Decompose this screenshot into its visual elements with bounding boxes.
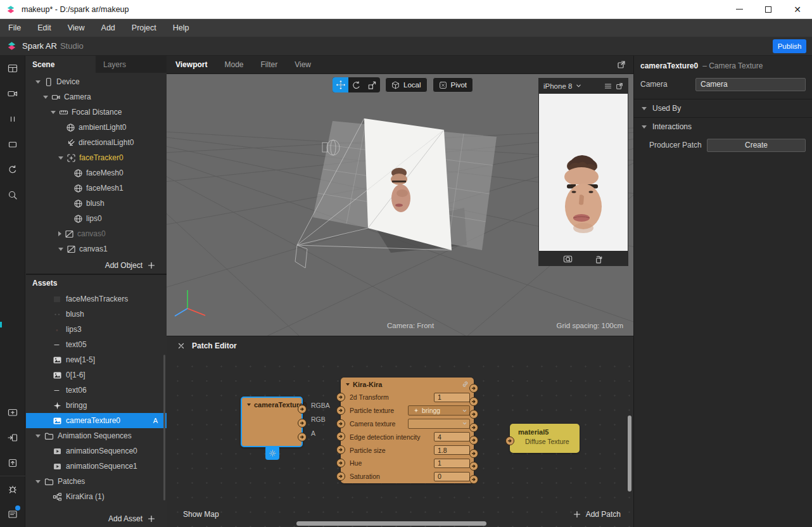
asset-new-1-5[interactable]: new[1-5] xyxy=(26,352,167,367)
tab-layers[interactable]: Layers xyxy=(96,56,167,73)
asset-animationsequence0[interactable]: animationSequence0 xyxy=(26,443,167,459)
tab-scene[interactable]: Scene xyxy=(26,56,96,73)
add-asset-button[interactable]: Add Asset xyxy=(26,510,167,527)
chevron-down-icon[interactable] xyxy=(576,83,581,89)
menu-icon[interactable] xyxy=(604,82,612,90)
output-port[interactable] xyxy=(469,384,478,393)
tree-item-facemesh1[interactable]: faceMesh1 xyxy=(26,181,167,196)
output-port-rgb[interactable] xyxy=(298,419,307,428)
console-icon[interactable] xyxy=(0,502,25,527)
param-value-input[interactable]: 1 xyxy=(434,459,470,468)
rectangle-icon[interactable] xyxy=(0,132,25,157)
param-value-input[interactable]: 1.8 xyxy=(434,445,470,455)
popout-icon[interactable] xyxy=(616,82,623,90)
asset-lips3[interactable]: lips3 xyxy=(26,322,167,337)
pivot-button[interactable]: Pivot xyxy=(433,77,474,92)
menu-project[interactable]: Project xyxy=(132,23,156,32)
horizontal-scrollbar[interactable] xyxy=(296,521,486,526)
filter-tab[interactable]: Filter xyxy=(261,60,278,69)
patch-node-cameratexture0[interactable]: cameraTexture0 xyxy=(241,397,303,447)
local-button[interactable]: Local xyxy=(385,77,428,92)
input-port[interactable] xyxy=(336,445,345,454)
asset-bringg[interactable]: bringg xyxy=(26,398,167,413)
camera-field-input[interactable] xyxy=(695,78,806,91)
rotate-device-icon[interactable] xyxy=(593,253,604,264)
output-port[interactable] xyxy=(469,462,478,471)
menu-add[interactable]: Add xyxy=(101,23,115,32)
asset-cameratexture0[interactable]: cameraTexture0 A xyxy=(26,413,167,428)
output-port[interactable] xyxy=(469,475,478,484)
tree-item-ambientlight0[interactable]: ambientLight0 xyxy=(26,120,167,135)
popout-icon[interactable] xyxy=(617,60,626,69)
input-port[interactable] xyxy=(336,472,345,481)
restart-icon[interactable] xyxy=(0,157,25,182)
output-port-rgba[interactable] xyxy=(298,405,307,414)
add-folder-icon[interactable] xyxy=(0,400,25,425)
input-port-diffuse-texture[interactable] xyxy=(505,436,514,445)
camera-texture-dropdown[interactable] xyxy=(408,419,470,429)
patch-node-material5[interactable]: material5 Diffuse Texture xyxy=(510,424,580,453)
create-button[interactable]: Create xyxy=(707,139,806,152)
menu-file[interactable]: File xyxy=(8,23,21,32)
input-port[interactable] xyxy=(336,432,345,441)
rotate-tool-button[interactable] xyxy=(348,77,364,92)
mode-tab[interactable]: Mode xyxy=(224,60,243,69)
param-value-input[interactable]: 4 xyxy=(434,432,470,441)
simulator-screen[interactable] xyxy=(539,94,628,251)
patch-node-kirakira[interactable]: Kira-Kira 2d Transform 1 Particle textur… xyxy=(341,378,474,483)
move-tool-button[interactable] xyxy=(333,77,348,92)
param-value-input[interactable]: 0 xyxy=(434,472,470,481)
tree-item-facemesh0[interactable]: faceMesh0 xyxy=(26,165,167,181)
output-port[interactable] xyxy=(469,449,478,458)
scale-tool-button[interactable] xyxy=(364,77,380,92)
used-by-section[interactable]: Used By xyxy=(634,99,812,117)
export-icon[interactable] xyxy=(0,450,25,476)
publish-button[interactable]: Publish xyxy=(773,39,806,53)
viewport-tab[interactable]: Viewport xyxy=(175,60,207,69)
device-selector[interactable]: iPhone 8 xyxy=(543,82,572,90)
asset-kirakira[interactable]: KiraKira (1) xyxy=(26,489,167,504)
asset-blush[interactable]: blush xyxy=(26,307,167,322)
patch-canvas[interactable]: cameraTexture0 RGBA RGB A Kira-Kira xyxy=(167,355,633,527)
input-port[interactable] xyxy=(336,459,345,467)
output-port[interactable] xyxy=(469,397,478,406)
node-settings-button[interactable] xyxy=(265,446,279,460)
asset-folder-patches[interactable]: Patches xyxy=(26,474,167,489)
add-object-button[interactable]: Add Object xyxy=(26,257,167,274)
menu-help[interactable]: Help xyxy=(173,23,189,32)
video-camera-icon[interactable] xyxy=(0,81,25,106)
menu-view[interactable]: View xyxy=(68,23,85,32)
layout-icon[interactable] xyxy=(0,56,25,81)
interactions-section[interactable]: Interactions xyxy=(634,118,812,136)
input-port[interactable] xyxy=(336,393,345,402)
tree-item-device[interactable]: Device xyxy=(26,74,167,89)
tree-item-canvas1[interactable]: canvas1 xyxy=(26,241,167,257)
input-port[interactable] xyxy=(336,419,345,428)
tree-item-facetracker0[interactable]: faceTracker0 xyxy=(26,150,167,165)
tree-item-directionallight0[interactable]: directionalLight0 xyxy=(26,135,167,150)
pause-icon[interactable] xyxy=(0,106,25,132)
particle-texture-dropdown[interactable]: bringg xyxy=(408,405,470,416)
asset-folder-animation-sequences[interactable]: Animation Sequences xyxy=(26,428,167,443)
asset-0-1-6[interactable]: 0[1-6] xyxy=(26,367,167,383)
output-port[interactable] xyxy=(469,423,478,432)
show-map-button[interactable]: Show Map xyxy=(183,510,219,519)
debug-icon[interactable] xyxy=(0,476,25,502)
tree-item-focal-distance[interactable]: Focal Distance xyxy=(26,105,167,120)
param-value-input[interactable]: 1 xyxy=(434,393,470,402)
add-patch-button[interactable]: Add Patch xyxy=(573,510,621,519)
minimize-button[interactable] xyxy=(725,0,754,18)
input-port[interactable] xyxy=(336,406,345,415)
tree-item-camera[interactable]: Camera xyxy=(26,89,167,105)
asset-facemeshtrackers[interactable]: faceMeshTrackers xyxy=(26,291,167,307)
output-port[interactable] xyxy=(469,410,478,419)
search-icon[interactable] xyxy=(0,182,25,208)
switch-camera-icon[interactable] xyxy=(562,253,573,264)
asset-animationsequence1[interactable]: animationSequence1 xyxy=(26,459,167,474)
vertical-scrollbar[interactable] xyxy=(628,416,631,492)
close-patch-editor-icon[interactable] xyxy=(178,343,184,349)
close-button[interactable]: ✕ xyxy=(783,0,812,18)
view-tab[interactable]: View xyxy=(295,60,311,69)
tree-item-lips0[interactable]: lips0 xyxy=(26,211,167,226)
menu-edit[interactable]: Edit xyxy=(37,23,51,32)
